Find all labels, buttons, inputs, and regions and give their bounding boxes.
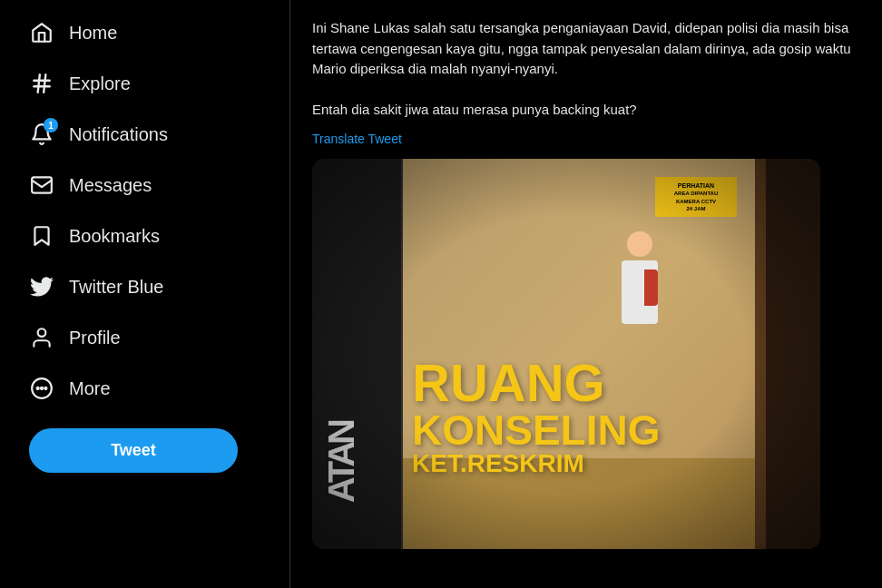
ruang-konseling-sign: RUANG KONSELING KET.RESKRIM [412,357,660,476]
person-icon [29,325,54,350]
sidebar-item-more[interactable]: More [15,365,275,412]
messages-label: Messages [69,175,152,196]
home-label: Home [69,23,117,44]
profile-label: Profile [69,328,121,348]
svg-point-8 [41,387,43,389]
tweet-button[interactable]: Tweet [29,428,238,473]
bell-icon: 1 [29,122,54,147]
sidebar-item-profile[interactable]: Profile [15,314,275,361]
svg-point-7 [37,387,39,389]
svg-rect-4 [32,177,52,192]
sign-line2: AREA DIPANTAU [662,190,730,197]
envelope-icon [29,172,54,198]
sidebar-item-home[interactable]: Home [15,9,275,56]
video-scene: ATAN PERHATIAN AREA DIPANTAU KAMERA CCTV… [312,159,820,549]
konseling-text: KONSELING [412,409,660,451]
sign-line1: PERHATIAN [662,181,730,191]
right-panel [766,159,820,549]
notification-badge: 1 [44,118,58,132]
sidebar-item-explore[interactable]: Explore [15,60,275,107]
side-text: ATAN [321,422,361,503]
translate-tweet-link[interactable]: Translate Tweet [312,132,860,146]
bookmark-icon [29,223,54,249]
more-icon [29,376,54,401]
more-label: More [69,378,111,399]
sign-line4: 24 JAM [662,205,730,212]
door-frame [755,159,766,549]
ruang-text: RUANG [412,357,660,409]
explore-label: Explore [69,74,131,94]
home-icon [29,20,54,45]
svg-point-5 [38,328,46,337]
svg-line-2 [38,74,40,93]
twitter-blue-icon [29,274,54,299]
tweet-content: Ini Shane Lukas salah satu tersangka pen… [290,0,882,588]
person-silhouette [614,231,664,331]
sidebar-item-messages[interactable]: Messages [15,162,275,209]
sidebar-item-bookmarks[interactable]: Bookmarks [15,212,275,260]
warning-sign: PERHATIAN AREA DIPANTAU KAMERA CCTV 24 J… [655,177,737,218]
hashtag-icon [29,71,54,96]
sidebar-item-notifications[interactable]: 1 Notifications [15,111,275,158]
bookmarks-label: Bookmarks [69,226,160,247]
left-panel: ATAN [312,159,403,549]
sidebar: Home Explore 1 Notifications [0,0,290,588]
reskrim-text: KET.RESKRIM [412,451,660,476]
notifications-label: Notifications [69,124,168,145]
tweet-media: ATAN PERHATIAN AREA DIPANTAU KAMERA CCTV… [312,159,820,549]
svg-point-9 [44,387,46,389]
sign-line3: KAMERA CCTV [662,198,730,205]
tweet-body: Ini Shane Lukas salah satu tersangka pen… [312,18,860,121]
svg-line-3 [44,74,45,93]
video-frame: ATAN PERHATIAN AREA DIPANTAU KAMERA CCTV… [312,159,820,549]
sidebar-item-twitter-blue[interactable]: Twitter Blue [15,263,275,310]
twitter-blue-label: Twitter Blue [69,277,163,298]
